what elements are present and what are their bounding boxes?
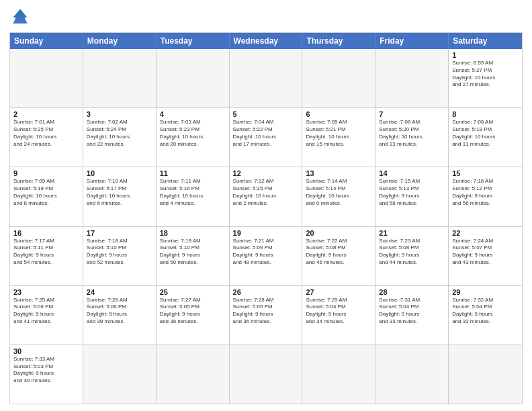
cal-cell-r4-c0: 23Sunrise: 7:25 AM Sunset: 5:06 PM Dayli…: [10, 286, 83, 345]
svg-rect-2: [15, 17, 25, 24]
cal-cell-r1-c4: 6Sunrise: 7:05 AM Sunset: 5:21 PM Daylig…: [302, 108, 375, 167]
cal-cell-r1-c0: 2Sunrise: 7:01 AM Sunset: 5:25 PM Daylig…: [10, 108, 83, 167]
col-header-sunday: Sunday: [10, 33, 83, 49]
day-number: 9: [13, 169, 79, 177]
day-number: 13: [306, 169, 371, 177]
day-number: 4: [160, 110, 226, 118]
cal-cell-r3-c4: 20Sunrise: 7:22 AM Sunset: 5:08 PM Dayli…: [302, 227, 375, 285]
calendar-body: 1Sunrise: 6:59 AM Sunset: 5:27 PM Daylig…: [10, 49, 522, 404]
cal-cell-r1-c5: 7Sunrise: 7:06 AM Sunset: 5:20 PM Daylig…: [375, 108, 449, 167]
calendar: SundayMondayTuesdayWednesdayThursdayFrid…: [9, 32, 523, 404]
cal-cell-r5-c6: [449, 345, 522, 404]
cal-cell-r4-c2: 25Sunrise: 7:27 AM Sunset: 5:05 PM Dayli…: [157, 286, 230, 345]
cal-cell-r5-c4: [302, 345, 375, 404]
day-info: Sunrise: 7:10 AM Sunset: 5:17 PM Dayligh…: [87, 178, 152, 207]
col-header-thursday: Thursday: [302, 33, 375, 49]
cal-cell-r0-c6: 1Sunrise: 6:59 AM Sunset: 5:27 PM Daylig…: [449, 49, 522, 107]
day-info: Sunrise: 7:24 AM Sunset: 5:07 PM Dayligh…: [452, 238, 519, 267]
day-info: Sunrise: 7:09 AM Sunset: 5:18 PM Dayligh…: [13, 178, 79, 207]
cal-cell-r0-c0: [10, 49, 83, 107]
cal-cell-r5-c0: 30Sunrise: 7:33 AM Sunset: 5:03 PM Dayli…: [10, 345, 83, 404]
cal-cell-r4-c5: 28Sunrise: 7:31 AM Sunset: 5:04 PM Dayli…: [375, 286, 449, 345]
col-header-friday: Friday: [375, 33, 449, 49]
cal-cell-r0-c5: [375, 49, 449, 107]
cal-cell-r1-c1: 3Sunrise: 7:02 AM Sunset: 5:24 PM Daylig…: [83, 108, 157, 167]
day-info: Sunrise: 7:04 AM Sunset: 5:22 PM Dayligh…: [233, 119, 299, 148]
cal-cell-r5-c1: [83, 345, 157, 404]
cal-row-1: 2Sunrise: 7:01 AM Sunset: 5:25 PM Daylig…: [10, 108, 522, 167]
cal-cell-r3-c3: 19Sunrise: 7:21 AM Sunset: 5:09 PM Dayli…: [230, 227, 303, 285]
col-header-monday: Monday: [83, 33, 157, 49]
day-info: Sunrise: 7:22 AM Sunset: 5:08 PM Dayligh…: [306, 238, 371, 267]
day-number: 6: [306, 110, 371, 118]
header: [9, 7, 523, 28]
day-info: Sunrise: 7:23 AM Sunset: 5:08 PM Dayligh…: [379, 238, 445, 267]
day-number: 12: [233, 169, 299, 177]
cal-cell-r4-c3: 26Sunrise: 7:28 AM Sunset: 5:05 PM Dayli…: [230, 286, 303, 345]
day-info: Sunrise: 7:29 AM Sunset: 5:04 PM Dayligh…: [306, 297, 371, 326]
calendar-header-row: SundayMondayTuesdayWednesdayThursdayFrid…: [10, 33, 522, 49]
cal-cell-r4-c4: 27Sunrise: 7:29 AM Sunset: 5:04 PM Dayli…: [302, 286, 375, 345]
cal-cell-r3-c0: 16Sunrise: 7:17 AM Sunset: 5:11 PM Dayli…: [10, 227, 83, 285]
cal-row-2: 9Sunrise: 7:09 AM Sunset: 5:18 PM Daylig…: [10, 167, 522, 226]
day-number: 26: [233, 288, 299, 296]
cal-cell-r0-c1: [83, 49, 157, 107]
day-number: 18: [160, 229, 226, 237]
day-number: 11: [160, 169, 226, 177]
day-number: 1: [452, 51, 519, 59]
day-info: Sunrise: 7:32 AM Sunset: 5:04 PM Dayligh…: [452, 297, 519, 326]
cal-cell-r2-c3: 12Sunrise: 7:12 AM Sunset: 5:15 PM Dayli…: [230, 167, 303, 226]
cal-cell-r2-c0: 9Sunrise: 7:09 AM Sunset: 5:18 PM Daylig…: [10, 167, 83, 226]
cal-cell-r5-c3: [230, 345, 303, 404]
day-number: 5: [233, 110, 299, 118]
day-number: 25: [160, 288, 226, 296]
day-number: 17: [87, 229, 152, 237]
day-number: 30: [13, 347, 79, 355]
col-header-tuesday: Tuesday: [157, 33, 230, 49]
day-number: 23: [13, 288, 79, 296]
cal-cell-r2-c5: 14Sunrise: 7:15 AM Sunset: 5:13 PM Dayli…: [375, 167, 449, 226]
cal-cell-r3-c6: 22Sunrise: 7:24 AM Sunset: 5:07 PM Dayli…: [449, 227, 522, 285]
cal-cell-r3-c5: 21Sunrise: 7:23 AM Sunset: 5:08 PM Dayli…: [375, 227, 449, 285]
day-number: 15: [452, 169, 519, 177]
cal-cell-r4-c1: 24Sunrise: 7:26 AM Sunset: 5:06 PM Dayli…: [83, 286, 157, 345]
day-number: 10: [87, 169, 152, 177]
day-number: 3: [87, 110, 152, 118]
cal-cell-r2-c1: 10Sunrise: 7:10 AM Sunset: 5:17 PM Dayli…: [83, 167, 157, 226]
col-header-wednesday: Wednesday: [230, 33, 303, 49]
day-info: Sunrise: 7:14 AM Sunset: 5:14 PM Dayligh…: [306, 178, 371, 207]
day-info: Sunrise: 7:01 AM Sunset: 5:25 PM Dayligh…: [13, 119, 79, 148]
day-info: Sunrise: 7:15 AM Sunset: 5:13 PM Dayligh…: [379, 178, 445, 207]
day-info: Sunrise: 7:25 AM Sunset: 5:06 PM Dayligh…: [13, 297, 79, 326]
cal-row-5: 30Sunrise: 7:33 AM Sunset: 5:03 PM Dayli…: [10, 345, 522, 404]
day-number: 24: [87, 288, 152, 296]
day-info: Sunrise: 7:08 AM Sunset: 5:19 PM Dayligh…: [452, 119, 519, 148]
day-number: 29: [452, 288, 519, 296]
svg-marker-3: [13, 9, 27, 17]
cal-row-4: 23Sunrise: 7:25 AM Sunset: 5:06 PM Dayli…: [10, 286, 522, 345]
day-number: 19: [233, 229, 299, 237]
day-info: Sunrise: 7:12 AM Sunset: 5:15 PM Dayligh…: [233, 178, 299, 207]
cal-cell-r2-c4: 13Sunrise: 7:14 AM Sunset: 5:14 PM Dayli…: [302, 167, 375, 226]
col-header-saturday: Saturday: [449, 33, 522, 49]
cal-cell-r2-c6: 15Sunrise: 7:16 AM Sunset: 5:12 PM Dayli…: [449, 167, 522, 226]
day-number: 16: [13, 229, 79, 237]
cal-cell-r1-c6: 8Sunrise: 7:08 AM Sunset: 5:19 PM Daylig…: [449, 108, 522, 167]
day-number: 28: [379, 288, 445, 296]
cal-cell-r1-c3: 5Sunrise: 7:04 AM Sunset: 5:22 PM Daylig…: [230, 108, 303, 167]
day-number: 8: [452, 110, 519, 118]
cal-cell-r1-c2: 4Sunrise: 7:03 AM Sunset: 5:23 PM Daylig…: [157, 108, 230, 167]
cal-cell-r0-c2: [157, 49, 230, 107]
day-info: Sunrise: 7:31 AM Sunset: 5:04 PM Dayligh…: [379, 297, 445, 326]
cal-cell-r5-c5: [375, 345, 449, 404]
day-number: 27: [306, 288, 371, 296]
cal-cell-r0-c4: [302, 49, 375, 107]
day-number: 22: [452, 229, 519, 237]
cal-row-3: 16Sunrise: 7:17 AM Sunset: 5:11 PM Dayli…: [10, 227, 522, 286]
cal-cell-r5-c2: [157, 345, 230, 404]
day-info: Sunrise: 7:17 AM Sunset: 5:11 PM Dayligh…: [13, 238, 79, 267]
day-info: Sunrise: 7:16 AM Sunset: 5:12 PM Dayligh…: [452, 178, 519, 207]
day-number: 20: [306, 229, 371, 237]
logo: [9, 7, 34, 28]
day-info: Sunrise: 7:26 AM Sunset: 5:06 PM Dayligh…: [87, 297, 152, 326]
